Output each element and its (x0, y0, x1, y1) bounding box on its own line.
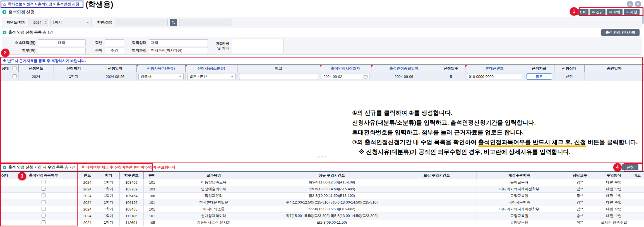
cell-semester: 1학기 (54, 72, 94, 81)
cell-dept: 교양교육원 (477, 212, 562, 219)
splitter-handle[interactable] (0, 156, 644, 157)
course-checkbox[interactable] (42, 187, 45, 191)
toolbar: 조회 ⊕ 신규 ⊗ 삭제 ✔ 저장 (572, 9, 640, 15)
start-date-input[interactable]: 2024-09-02 (322, 73, 369, 80)
section-title: ❯ 출석인정 신청 (2, 9, 35, 15)
course-checkbox[interactable] (42, 193, 45, 197)
reason-minor-value: 결혼 - 본인 (189, 74, 207, 79)
course-row: 2024 1학기 112691 105 컴퓨팅사고-인문사회 월1-3(09:0… (0, 219, 644, 226)
year-semester-label: 학년도/학기 (6, 20, 26, 25)
note-input[interactable] (239, 73, 318, 80)
instruction-line-5: ※ 신청사유(대분류)가 공적인 의무수행인 경우, 비고란에 상세사유를 입력… (352, 147, 638, 157)
course-section-header: 출석 인정 신청 기간 내 수업 목록[총 7건] ※ 과목여부 체크 후 신청… (0, 163, 644, 171)
cell-status (0, 179, 10, 186)
student-name-input[interactable] (179, 19, 232, 26)
cell-class-no: 106 (143, 192, 161, 199)
row-checkbox[interactable] (13, 74, 16, 78)
cell-year: 2024 (77, 212, 98, 219)
cell-professor: 정** (562, 192, 598, 199)
student-label: 학번/성명 (97, 20, 113, 25)
vertical-scrollbar-thumb[interactable] (642, 8, 644, 24)
col-status: 상태 (0, 65, 11, 72)
reason-minor-select[interactable]: 결혼 - 본인 (187, 73, 236, 80)
select-all-checkbox[interactable] (13, 66, 16, 70)
second-major-label: 제2전공 및 기타 (213, 41, 229, 51)
cell-makeup-schedule (397, 186, 477, 192)
course-checkbox[interactable] (42, 220, 45, 224)
cell-semester: 1학기 (98, 219, 119, 226)
year-stepper[interactable]: 2024 (28, 19, 48, 26)
cell-makeup-schedule (397, 206, 477, 212)
course-row: 2024 1학기 103456 101 아동발달과교육 화3-4(11:00-1… (0, 179, 644, 186)
cell-professor: 김** (562, 199, 598, 206)
col-phone: 휴대폰번호 (465, 65, 524, 72)
cell-note (630, 212, 644, 219)
cell-professor: 이** (562, 219, 598, 226)
semester-select[interactable]: 1학기 (50, 19, 92, 26)
cell-days: 5 (437, 72, 465, 81)
cell-dept: 미디어커뮤니케이션학부 (477, 206, 562, 212)
course-checkbox[interactable] (42, 200, 45, 204)
col-semester: 학기 (98, 172, 119, 179)
close-icon[interactable]: × (635, 1, 641, 7)
col-method: 수업방식 (598, 172, 630, 179)
apply-grid: ※ 반드시 근거자료를 등록 후 저장하시기 바랍니다. 상태 신청연도 신청학… (0, 57, 644, 163)
cell-semester: 1학기 (98, 199, 119, 206)
check-circle-icon: ✔ (626, 10, 629, 14)
apply-grid-notice: ※ 반드시 근거자료를 등록 후 저장하시기 바랍니다. (0, 57, 644, 64)
cell-course-name: 영상예술의이해 (161, 186, 267, 192)
cell-course-no: 108405 (119, 206, 143, 212)
apply-list-title: 출석 인정 신청 목록[총 1건] (8, 30, 54, 35)
course-checkbox[interactable] (42, 207, 45, 211)
favorite-star-icon[interactable]: ★ (627, 1, 633, 7)
attach-button[interactable]: 첨부 (527, 73, 552, 80)
cell-makeup-schedule (397, 199, 477, 206)
course-row: 2024 1학기 108405 101 미디어와소통 수7-8(15:00-16… (0, 206, 644, 212)
stepper-arrows-icon[interactable] (45, 21, 47, 24)
phone-input[interactable] (467, 73, 522, 80)
subsection-bullet-icon (3, 31, 6, 34)
course-list-count: 7 (69, 165, 72, 169)
search-button[interactable]: 조회 (572, 9, 588, 15)
cell-method: 대면 수업 (598, 212, 630, 219)
apply-table: 상태 신청연도 신청학기 신청일자 신청사유(대분류) 신청사유(소분류) 비고… (0, 64, 644, 81)
cell-course-no: 106155 (119, 199, 143, 206)
cell-schedule: 수4(12:00-12:50)(C25-516) 금5-6(13:00-14:5… (267, 199, 397, 206)
cell-class-no: 101 (143, 212, 161, 219)
cell-reason-minor: 결혼 - 본인 (185, 72, 237, 81)
daynight-label: 주야 (86, 48, 102, 53)
cell-semester: 1학기 (98, 192, 119, 199)
x-circle-icon: ⊗ (609, 10, 612, 14)
delete-button[interactable]: ⊗ 삭제 (607, 9, 623, 15)
cell-makeup-schedule (397, 219, 477, 226)
cell-course-name: 직업과윤리 (161, 192, 267, 199)
col-note: 비고 (630, 172, 644, 179)
cell-method: 실시간 원격수업 (598, 219, 630, 226)
cell-end-date: 2024-09-06 (371, 72, 437, 81)
breadcrumb[interactable]: ⌂ 학사정보 > 성적 > 출석인정 > 출석인정 신청 (1, 1, 83, 8)
second-major-group: 제2전공 및 기타 (213, 39, 284, 53)
apply-button[interactable]: 신청 (622, 164, 638, 170)
cell-checkbox (11, 72, 18, 81)
course-checkbox[interactable] (42, 180, 45, 184)
reason-major-select[interactable]: 경조사 (138, 73, 184, 80)
new-button[interactable]: ⊕ 신규 (590, 9, 605, 15)
student-info-panel: 소속대학(원) 학년 학적상태 학부(과) 주야 학위과정 제2전공 및 기타 (2, 37, 642, 55)
course-checkbox[interactable] (42, 214, 45, 218)
cell-year: 2024 (77, 219, 98, 226)
col-select-all (11, 65, 18, 72)
course-row: 2024 1학기 112186 101 현대경제의이해 화7(15:00-15:… (0, 212, 644, 219)
student-id-input[interactable] (115, 19, 168, 26)
instruction-underlined: 출석인정과목여부를 반드시 체크 후, 신청 (478, 139, 586, 147)
col-apply-year: 신청연도 (18, 65, 54, 72)
col-start-date: 출석인정시작일자 (320, 65, 371, 72)
cell-schedule: 화3-4(11:00-12:50)(A15-109) (267, 179, 397, 186)
cell-dept: 교양교육원 (477, 219, 562, 226)
breadcrumb-path: 학사정보 > 성적 > 출석인정 > 출석인정 신청 (8, 2, 79, 7)
save-button[interactable]: ✔ 저장 (624, 9, 640, 15)
col-class-no: 분반 (143, 172, 161, 179)
home-icon: ⌂ (3, 2, 6, 7)
delete-button-label: 삭제 (613, 10, 620, 15)
attendance-guide-button[interactable]: 출석 인정 안내사항 (601, 29, 640, 36)
student-search-button[interactable] (170, 19, 177, 26)
